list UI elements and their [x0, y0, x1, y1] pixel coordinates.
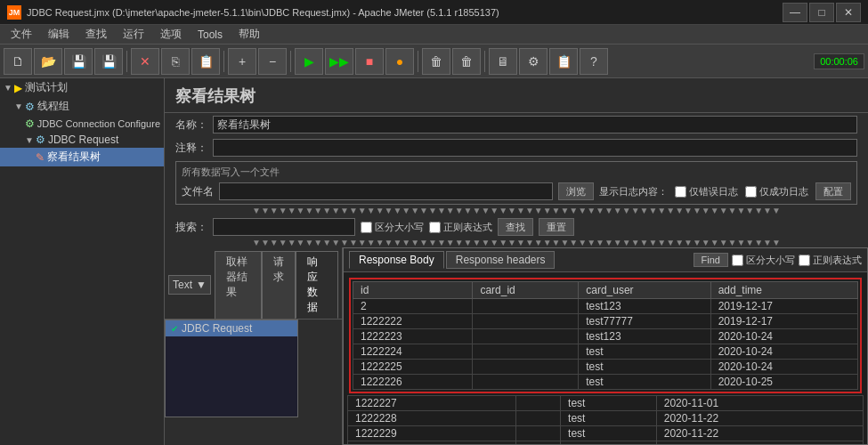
toolbar-new[interactable]: 🗋 — [4, 48, 32, 75]
toolbar-copy[interactable]: ⎘ — [161, 48, 190, 75]
toolbar-log[interactable]: 📋 — [549, 48, 578, 75]
sidebar-item-listener[interactable]: ✎ 察看结果树 — [0, 148, 164, 166]
response-data-table: id card_id card_user add_time 2test12320… — [353, 281, 858, 390]
toolbar-help[interactable]: ? — [580, 48, 608, 75]
success-log-checkbox-label[interactable]: 仅成功日志 — [745, 185, 808, 198]
sampler-list: ✔ JDBC Request — [165, 320, 298, 417]
sidebar-item-thread[interactable]: ▼ ⚙ 线程组 — [0, 97, 164, 116]
tab-sampler-result[interactable]: 取样器结果 — [215, 251, 262, 319]
reset-button[interactable]: 重置 — [539, 218, 574, 236]
browse-button[interactable]: 浏览 — [558, 182, 594, 200]
file-section: 所有数据写入一个文件 文件名 浏览 显示日志内容： 仅错误日志 仅成功日志 配置 — [175, 161, 857, 205]
toolbar-collapse[interactable]: − — [258, 48, 287, 75]
window-title: JDBC Request.jmx (D:\jmeter\apache-jmete… — [27, 7, 499, 18]
find-button[interactable]: Find — [694, 253, 728, 267]
response-tab-body[interactable]: Response Body — [349, 251, 444, 269]
menu-tools[interactable]: Tools — [191, 27, 230, 43]
main-tabs: 取样器结果 请求 响应数据 — [215, 251, 338, 319]
menu-edit[interactable]: 编辑 — [41, 25, 77, 44]
toolbar-cut[interactable]: ✕ — [131, 48, 159, 75]
toolbar-run-all[interactable]: ▶▶ — [325, 48, 353, 75]
menu-file[interactable]: 文件 — [4, 25, 39, 44]
find-case-label[interactable]: 区分大小写 — [732, 254, 795, 267]
toolbar-separator-2 — [223, 51, 224, 72]
toolbar-clear[interactable]: 🗑 — [422, 48, 450, 75]
toolbar-save[interactable]: 💾 — [64, 48, 93, 75]
comment-input[interactable] — [213, 139, 857, 157]
regex-label: 正则表达式 — [443, 221, 492, 234]
minimize-button[interactable]: — — [783, 3, 807, 22]
menu-run[interactable]: 运行 — [116, 25, 151, 44]
response-tab-headers[interactable]: Response headers — [446, 251, 556, 269]
sidebar-label-listener: 察看结果树 — [47, 150, 101, 165]
table-row: 2test1232019-12-17 — [353, 299, 858, 314]
sampler-item-jdbc[interactable]: ✔ JDBC Request — [166, 320, 297, 336]
toolbar-separator-5 — [484, 51, 485, 72]
case-checkbox-label[interactable]: 区分大小写 — [361, 221, 424, 234]
config-button[interactable]: 配置 — [815, 182, 851, 200]
close-button[interactable]: ✕ — [836, 3, 861, 22]
normal-data-table: 1222227test2020-11-011222228test2020-11-… — [347, 395, 864, 444]
tab-request[interactable]: 请求 — [262, 251, 296, 319]
toolbar-stop[interactable]: ■ — [355, 48, 384, 75]
table-row: 1222222test777772019-12-17 — [353, 314, 858, 329]
menu-help[interactable]: 帮助 — [231, 25, 267, 44]
search-button[interactable]: 查找 — [498, 218, 533, 236]
response-toolbar: Response Body Response headers Find 区分大小… — [344, 248, 867, 272]
toolbar-separator-4 — [418, 51, 418, 72]
sidebar-label-plan: 测试计划 — [25, 80, 68, 95]
table-row: 1222228test2020-11-22 — [348, 411, 864, 426]
text-dropdown-label: Text — [173, 279, 192, 291]
toolbar-remote[interactable]: 🖥 — [489, 48, 517, 75]
find-case-checkbox[interactable] — [732, 255, 743, 266]
success-log-checkbox[interactable] — [745, 186, 757, 198]
error-log-checkbox[interactable] — [675, 186, 686, 198]
file-label: 文件名 — [182, 184, 214, 199]
plan-icon: ▶ — [14, 82, 22, 94]
search-input[interactable] — [213, 218, 355, 236]
regex-checkbox[interactable] — [429, 222, 441, 233]
toolbar-stop-now[interactable]: ● — [385, 48, 414, 75]
table-row: 1222229test2020-11-22 — [348, 426, 864, 441]
sidebar-item-config[interactable]: ⚙ JDBC Connection Configure — [0, 116, 164, 132]
error-log-label: 仅错误日志 — [689, 185, 738, 198]
col-id: id — [353, 282, 473, 299]
thread-icon: ⚙ — [25, 101, 35, 113]
sidebar: ▼ ▶ 测试计划 ▼ ⚙ 线程组 ⚙ JDBC Connection Confi… — [0, 78, 165, 445]
maximize-button[interactable]: □ — [809, 3, 834, 22]
toolbar-open[interactable]: 📂 — [34, 48, 62, 75]
listener-icon: ✎ — [36, 151, 45, 164]
tab-response-data[interactable]: 响应数据 — [296, 251, 338, 319]
toolbar-expand[interactable]: + — [228, 48, 256, 75]
find-regex-checkbox[interactable] — [799, 255, 810, 266]
find-regex-label[interactable]: 正则表达式 — [799, 254, 862, 267]
error-log-checkbox-label[interactable]: 仅错误日志 — [675, 185, 738, 198]
table-row: 1222227test2020-11-01 — [348, 396, 864, 411]
table-row: 1222230test2020-12-05 — [348, 441, 864, 445]
text-dropdown[interactable]: Text ▼ — [168, 275, 211, 295]
menu-options[interactable]: 选项 — [153, 25, 189, 44]
menu-find[interactable]: 查找 — [78, 25, 114, 44]
toolbar: 🗋 📂 💾 💾 ✕ ⎘ 📋 + − ▶ ▶▶ ■ ● 🗑 🗑 🖥 ⚙ 📋 ? 0… — [0, 44, 868, 78]
regex-checkbox-label[interactable]: 正则表达式 — [429, 221, 492, 234]
data-table-container[interactable]: id card_id card_user add_time 2test12320… — [344, 272, 867, 444]
sidebar-label-thread: 线程组 — [37, 99, 69, 114]
log-options: 显示日志内容： 仅错误日志 仅成功日志 配置 — [599, 182, 851, 200]
toolbar-paste[interactable]: 📋 — [191, 48, 220, 75]
toolbar-separator-3 — [290, 51, 291, 72]
toolbar-options[interactable]: ⚙ — [519, 48, 548, 75]
response-area: Response Body Response headers Find 区分大小… — [343, 247, 868, 445]
sidebar-item-plan[interactable]: ▼ ▶ 测试计划 — [0, 78, 164, 97]
right-panel: Response Body Response headers Find 区分大小… — [343, 247, 868, 445]
search-row: 搜索： 区分大小写 正则表达式 查找 重置 — [165, 215, 868, 239]
divider-arrow-bottom: ▼▼▼▼▼▼▼▼▼▼▼▼▼▼▼▼▼▼▼▼▼▼▼▼▼▼▼▼▼▼▼▼▼▼▼▼▼▼▼▼… — [165, 239, 868, 247]
toolbar-save-as[interactable]: 💾 — [94, 48, 123, 75]
sidebar-item-request[interactable]: ▼ ⚙ JDBC Request — [0, 132, 164, 148]
name-input[interactable] — [213, 116, 857, 134]
file-input[interactable] — [219, 182, 553, 200]
toolbar-run[interactable]: ▶ — [295, 48, 323, 75]
case-checkbox[interactable] — [361, 222, 372, 233]
request-icon: ⚙ — [36, 134, 45, 146]
file-row: 文件名 浏览 显示日志内容： 仅错误日志 仅成功日志 配置 — [182, 182, 851, 200]
toolbar-clear-all[interactable]: 🗑 — [452, 48, 481, 75]
